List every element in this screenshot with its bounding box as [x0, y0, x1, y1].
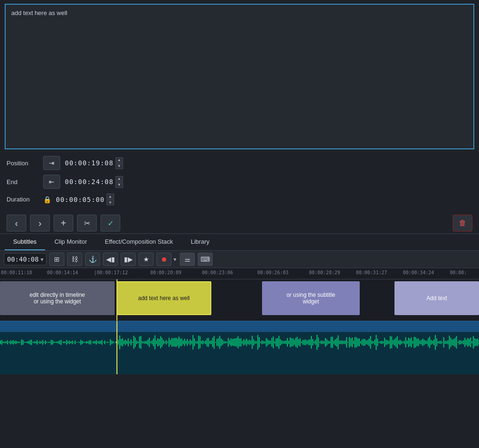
duration-up[interactable]: ▲ — [107, 193, 114, 199]
duration-spinners[interactable]: ▲ ▼ — [107, 193, 114, 205]
record-button[interactable]: ⏺ — [156, 253, 171, 266]
end-down[interactable]: ▼ — [116, 182, 123, 188]
next-subtitle-button[interactable]: › — [30, 215, 50, 232]
timeline-star-button[interactable]: ★ — [139, 253, 154, 266]
end-value-group: 00:00:24:08 ▲ ▼ — [65, 176, 123, 188]
current-time-display[interactable]: 00:40:08 ▼ — [4, 253, 46, 265]
duration-time: 00:00:05:00 — [56, 196, 105, 203]
duration-row: Duration 🔒 00:00:05:00 ▲ ▼ — [7, 193, 472, 205]
end-spinners[interactable]: ▲ ▼ — [116, 176, 123, 188]
duration-down[interactable]: ▼ — [107, 200, 114, 205]
waveform-row-2 — [0, 353, 479, 373]
keyboard-button[interactable]: ⌨ — [198, 253, 213, 266]
playhead-arrow — [114, 279, 120, 280]
time-dropdown-arrow[interactable]: ▼ — [40, 257, 43, 262]
waveform-row-1: // This won't run in SVG, so we'll gener… — [0, 332, 479, 353]
confirm-button[interactable]: ✓ — [100, 215, 120, 232]
position-set-button[interactable]: ⇥ — [43, 156, 60, 170]
waveform-canvas-1 — [0, 332, 479, 353]
timeline-ruler: 00:00:11:18 00:00:14:14 |00:00:17:12 00:… — [0, 268, 479, 279]
end-time: 00:00:24:08 — [65, 178, 114, 185]
ruler-mark-7: 00:00:31:27 — [356, 270, 387, 275]
delete-subtitle-button[interactable]: 🗑 — [453, 215, 472, 232]
record-group: ⏺ ▼ — [156, 253, 177, 266]
audio-tracks: // This won't run in SVG, so we'll gener… — [0, 332, 479, 374]
ruler-mark-9: 00:00: — [450, 270, 467, 275]
position-spinners[interactable]: ▲ ▼ — [116, 157, 123, 169]
ruler-mark-4: 00:00:23:06 — [202, 270, 233, 275]
ruler-mark-3: 00:00:20:09 — [150, 270, 181, 275]
lock-icon: 🔒 — [43, 196, 51, 203]
add-subtitle-button[interactable]: + — [54, 215, 73, 232]
playhead-in-audio — [116, 332, 117, 374]
timeline-snap-button[interactable]: ⊞ — [49, 253, 64, 266]
subtitle-textarea[interactable]: add text here as well — [6, 5, 473, 148]
playhead-in-blue — [116, 321, 117, 332]
ruler-mark-1: 00:00:14:14 — [47, 270, 78, 275]
duration-label: Duration — [7, 196, 39, 203]
duration-value-group: 00:00:05:00 ▲ ▼ — [56, 193, 114, 205]
mixer-button[interactable]: ⚌ — [180, 253, 195, 266]
tab-effect-composition[interactable]: Effect/Composition Stack — [96, 234, 181, 250]
ruler-mark-2: |00:00:17:12 — [94, 270, 128, 275]
subtitle-clip-4[interactable]: Add text — [394, 281, 479, 315]
tab-subtitles[interactable]: Subtitles — [5, 234, 45, 250]
tab-clip-monitor[interactable]: Clip Monitor — [46, 234, 95, 250]
prev-subtitle-button[interactable]: ‹ — [7, 215, 26, 232]
subtitle-track-area[interactable]: edit directly in timelineor using the wi… — [0, 279, 479, 321]
position-value-group: 00:00:19:08 ▲ ▼ — [65, 157, 123, 169]
timeline-split-button[interactable]: ⚓ — [85, 253, 100, 266]
action-buttons-bar: ‹ › + ✂ ✓ 🗑 — [0, 213, 479, 233]
tab-library[interactable]: Library — [182, 234, 218, 250]
position-up[interactable]: ▲ — [116, 157, 123, 163]
timeline-trim-in-button[interactable]: ◀▮ — [103, 253, 118, 266]
timeline-toolbar: 00:40:08 ▼ ⊞ ⛓ ⚓ ◀▮ ▮▶ ★ ⏺ ▼ ⚌ ⌨ — [0, 251, 479, 268]
timeline-link-button[interactable]: ⛓ — [67, 253, 82, 266]
subtitle-clip-2[interactable]: add text here as well — [116, 281, 211, 315]
timeline-trim-out-button[interactable]: ▮▶ — [121, 253, 136, 266]
blue-track — [0, 321, 479, 332]
ruler-mark-8: 00:00:34:24 — [403, 270, 434, 275]
tabs-bar: Subtitles Clip Monitor Effect/Compositio… — [0, 233, 479, 251]
end-row: End ⇤ 00:00:24:08 ▲ ▼ — [7, 175, 472, 189]
position-time: 00:00:19:08 — [65, 159, 114, 167]
subtitle-text-editor[interactable]: add text here as well — [5, 4, 474, 149]
current-time-value: 00:40:08 — [7, 255, 39, 263]
position-row: Position ⇥ 00:00:19:08 ▲ ▼ — [7, 156, 472, 170]
end-set-button[interactable]: ⇤ — [43, 175, 60, 189]
ruler-mark-6: 00:00:28:29 — [309, 270, 340, 275]
subtitle-clip-3[interactable]: or using the subtitlewidget — [262, 281, 360, 315]
position-label: Position — [7, 160, 39, 167]
end-label: End — [7, 178, 39, 185]
position-down[interactable]: ▼ — [116, 163, 123, 169]
cut-subtitle-button[interactable]: ✂ — [77, 215, 97, 232]
ruler-mark-0: 00:00:11:18 — [1, 270, 32, 275]
subtitle-clip-1[interactable]: edit directly in timelineor using the wi… — [0, 281, 115, 315]
playhead[interactable] — [116, 279, 117, 321]
end-up[interactable]: ▲ — [116, 176, 123, 182]
timing-controls: Position ⇥ 00:00:19:08 ▲ ▼ End ⇤ 00:00:2… — [0, 153, 479, 213]
ruler-mark-5: 00:00:26:03 — [257, 270, 288, 275]
record-dropdown[interactable]: ▼ — [172, 257, 177, 262]
